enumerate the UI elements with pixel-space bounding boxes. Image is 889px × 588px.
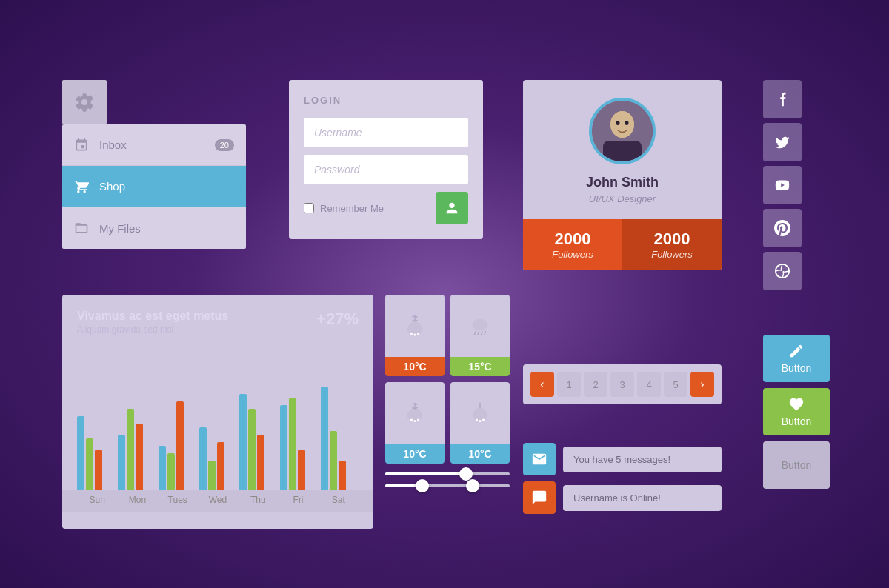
gray-btn-label: Button [782, 459, 811, 471]
profile-name: John Smith [586, 175, 659, 190]
shop-label: Shop [99, 180, 234, 193]
remember-text: Remember Me [320, 203, 384, 214]
weather-temp-4: 10°C [450, 444, 510, 464]
password-input[interactable] [304, 155, 468, 184]
blue-action-btn[interactable]: Button [763, 335, 830, 382]
dribbble-btn[interactable] [763, 252, 802, 290]
weather-temp-2: 15°C [450, 357, 510, 376]
myfiles-label: My Files [99, 222, 234, 235]
profile-top: John Smith UI/UX Designer [523, 80, 722, 219]
youtube-btn[interactable] [763, 166, 802, 204]
svg-point-3 [610, 111, 634, 138]
snow-icon-2 [402, 400, 428, 427]
page-btn-2[interactable]: 2 [584, 372, 607, 397]
svg-point-11 [407, 410, 423, 421]
facebook-btn[interactable] [763, 80, 802, 118]
pinterest-btn[interactable] [763, 209, 802, 247]
chart-labels: Sun Mon Tues Wed Thu Fri Sat [62, 490, 373, 512]
avatar-image [592, 101, 653, 161]
heart-icon [788, 396, 805, 412]
mail-icon [531, 451, 547, 467]
remember-me-label[interactable]: Remember Me [304, 203, 384, 214]
label-wed: Wed [198, 495, 238, 505]
stat-label-2: Followers [651, 249, 693, 260]
snow-icon-3 [467, 400, 493, 427]
slider-thumb-2a[interactable] [416, 479, 429, 492]
chart-percent: +27% [316, 310, 359, 329]
twitter-btn[interactable] [763, 123, 802, 161]
youtube-icon [774, 177, 790, 193]
inbox-label: Inbox [99, 138, 215, 151]
weather-icon-area-1 [385, 295, 444, 357]
user-icon [444, 200, 460, 216]
page-btn-5[interactable]: 5 [664, 372, 687, 397]
label-thu: Thu [238, 495, 278, 505]
nav-item-inbox[interactable]: Inbox 20 [62, 124, 246, 166]
inbox-icon [74, 138, 89, 153]
next-page-btn[interactable]: › [690, 372, 714, 397]
stat-number-2: 2000 [654, 230, 690, 249]
stat-followers-1[interactable]: 2000 Followers [523, 219, 622, 270]
inbox-badge: 20 [215, 139, 234, 151]
slider-thumb-2b[interactable] [466, 479, 479, 492]
weather-card-1: 10°C [385, 295, 444, 376]
weather-card-2: 15°C [450, 295, 510, 376]
nav-item-shop[interactable]: Shop [62, 166, 246, 207]
myfiles-icon [74, 221, 89, 235]
nav-item-myfiles[interactable]: My Files [62, 207, 246, 249]
page-btn-1[interactable]: 1 [557, 372, 581, 397]
profile-stats: 2000 Followers 2000 Followers [523, 219, 722, 270]
weather-icon-area-3 [385, 382, 444, 444]
label-sun: Sun [77, 495, 117, 505]
login-button[interactable] [436, 192, 468, 224]
chat-notif-text: Username is Online! [563, 485, 722, 511]
svg-point-14 [417, 419, 419, 421]
chat-icon [531, 490, 547, 506]
dribbble-icon [774, 263, 790, 279]
svg-point-17 [479, 420, 482, 422]
svg-point-15 [473, 410, 488, 421]
svg-point-5 [625, 121, 629, 125]
slider-track-2[interactable] [385, 484, 510, 487]
username-input[interactable] [304, 118, 468, 147]
profile-role: UI/UX Designer [589, 193, 656, 204]
page-btn-3[interactable]: 3 [610, 372, 634, 397]
weather-grid: 10°C 15°C 10°C [385, 295, 510, 464]
weather-icon-area-2 [450, 295, 510, 357]
svg-point-18 [482, 419, 485, 421]
login-card: LOGIN Remember Me [289, 80, 483, 239]
remember-checkbox[interactable] [304, 203, 314, 213]
green-action-btn[interactable]: Button [763, 388, 830, 435]
login-title: LOGIN [304, 95, 468, 106]
svg-rect-2 [603, 141, 642, 161]
slider-track-1[interactable] [385, 472, 510, 475]
pagination: ‹ 1 2 3 4 5 › [523, 364, 722, 404]
social-bar [763, 80, 802, 290]
weather-temp-1: 10°C [385, 357, 444, 376]
prev-page-btn[interactable]: ‹ [530, 372, 554, 397]
svg-point-16 [476, 419, 478, 421]
gear-icon [74, 92, 95, 113]
weather-card-4: 10°C [450, 382, 510, 464]
action-buttons: Button Button Button [763, 335, 830, 489]
page-btn-4[interactable]: 4 [637, 372, 661, 397]
svg-point-12 [410, 419, 413, 421]
chart-card: Vivamus ac est eget metus Aliquam gravid… [62, 295, 373, 529]
pinterest-icon [774, 220, 790, 236]
nav-header [62, 80, 107, 124]
pencil-icon [788, 343, 805, 359]
shop-icon [74, 179, 89, 194]
chart-bars [77, 342, 359, 490]
label-sat: Sat [319, 495, 359, 505]
green-btn-label: Button [782, 415, 811, 427]
svg-point-8 [414, 334, 416, 336]
notification-chat: Username is Online! [523, 481, 722, 514]
notification-mail: You have 5 messages! [523, 443, 722, 475]
sliders-area [385, 472, 510, 487]
gray-action-btn[interactable]: Button [763, 441, 830, 489]
avatar [589, 98, 656, 164]
snow-icon-1 [402, 313, 428, 339]
mail-notif-text: You have 5 messages! [563, 447, 722, 472]
rain-icon [467, 313, 493, 339]
stat-followers-2[interactable]: 2000 Followers [622, 219, 722, 270]
